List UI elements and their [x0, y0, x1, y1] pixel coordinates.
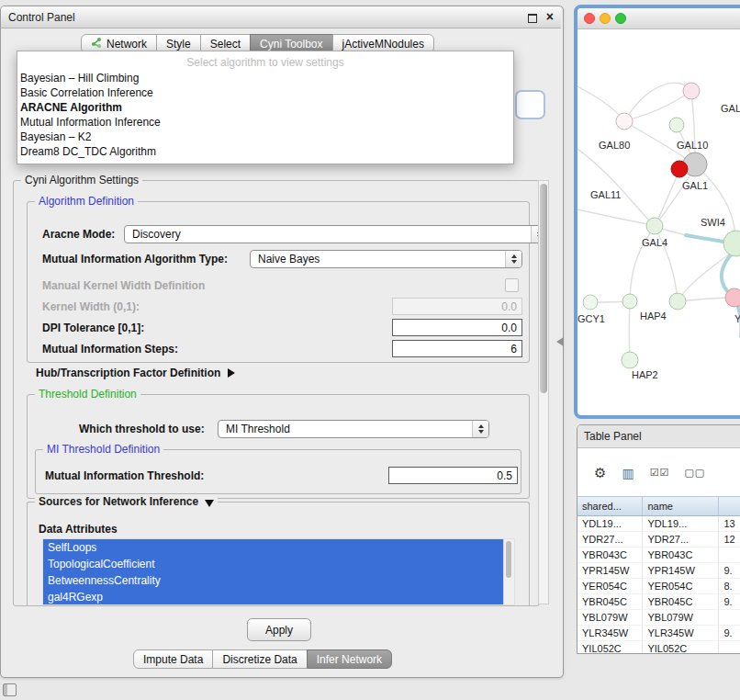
hide-columns-icon[interactable]: ▢▢ — [684, 468, 705, 478]
algorithm-option[interactable]: Bayesian – K2 — [17, 130, 513, 144]
table-cell: YBR045C — [643, 594, 719, 610]
network-node[interactable] — [622, 294, 637, 309]
select-all-columns-icon[interactable]: ☑☑ — [650, 468, 670, 478]
apply-button[interactable]: Apply — [247, 618, 311, 641]
table-toolbar: ⚙▥☑☑▢▢ — [594, 466, 705, 480]
network-window-titlebar — [577, 8, 740, 29]
network-node[interactable] — [669, 293, 686, 310]
network-node[interactable] — [616, 113, 633, 130]
hub-section-toggle[interactable]: Hub/Transcription Factor Definition — [36, 367, 235, 379]
aracne-mode-select[interactable]: Discovery — [124, 225, 548, 243]
mi-threshold-group: MI Threshold Definition Mutual Informati… — [35, 449, 521, 494]
network-canvas[interactable]: GALGAL80GAL10GAL11GAL1SWI4GAL4GCY1HAP4HA… — [577, 29, 740, 416]
combo-arrows-icon — [472, 421, 488, 437]
zoom-light[interactable] — [615, 13, 626, 24]
threshold-definition-group: Threshold Definition Which threshold to … — [27, 394, 530, 499]
table-rows: YDL19...YDL19...13YDR27...YDR27...12YBR0… — [577, 516, 740, 653]
combo-arrows-icon — [505, 251, 521, 267]
control-panel-title: Control Panel — [8, 11, 75, 24]
settings-scrollbar[interactable] — [538, 180, 549, 604]
mi-steps-field[interactable] — [392, 340, 522, 357]
mi-algorithm-type-label: Mutual Information Algorithm Type: — [42, 253, 228, 265]
tab-label: Infer Network — [317, 653, 382, 666]
attribute-item[interactable]: gal4RGexp — [43, 589, 503, 605]
table-cell: YPR145W — [643, 563, 719, 579]
minimize-light[interactable] — [600, 13, 611, 24]
table-row[interactable]: YLR345WYLR345W9. — [577, 626, 740, 641]
algorithm-option[interactable]: Basic Correlation Inference — [17, 85, 513, 100]
table-row[interactable]: YBR045CYBR045C9. — [577, 594, 740, 610]
mi-threshold-field[interactable] — [388, 467, 518, 484]
data-attributes-list: SelfLoopsTopologicalCoefficientBetweenne… — [42, 538, 515, 605]
network-view-window: GALGAL80GAL10GAL11GAL1SWI4GAL4GCY1HAP4HA… — [574, 5, 740, 419]
float-window-icon[interactable] — [528, 14, 537, 23]
algorithm-option[interactable]: Mutual Information Inference — [17, 115, 513, 130]
data-attributes-label: Data Attributes — [39, 523, 118, 536]
table-cell: YDR27... — [577, 532, 643, 548]
node-label: GAL11 — [590, 189, 621, 200]
network-edge — [624, 83, 691, 121]
network-node[interactable] — [671, 161, 688, 177]
gear-icon[interactable]: ⚙ — [594, 466, 607, 480]
table-cell: YER054C — [577, 579, 643, 594]
column-chooser-icon[interactable]: ▥ — [622, 467, 634, 480]
network-node[interactable] — [683, 83, 700, 99]
network-node[interactable] — [622, 352, 638, 368]
network-node[interactable] — [583, 295, 598, 310]
settings-scrollbar-thumb[interactable] — [540, 184, 547, 393]
table-row[interactable]: YDL19...YDL19...13 — [577, 516, 740, 532]
table-cell: YDR27... — [643, 532, 719, 548]
network-edge — [691, 91, 695, 163]
node-label: SWI4 — [701, 217, 725, 228]
expanded-arrow-icon — [205, 500, 214, 507]
table-row[interactable]: YBL079WYBL079W — [577, 610, 740, 626]
network-node[interactable] — [725, 288, 740, 307]
close-window-icon[interactable]: × — [546, 9, 554, 24]
tab-discretize-data[interactable]: Discretize Data — [212, 649, 307, 669]
table-row[interactable]: YDR27...YDR27...12 — [577, 532, 740, 548]
dpi-tolerance-label: DPI Tolerance [0,1]: — [42, 322, 144, 334]
attribute-item[interactable]: SelfLoops — [43, 539, 503, 556]
tab-impute-data[interactable]: Impute Data — [133, 649, 213, 669]
table-row[interactable]: YBR043CYBR043C — [577, 548, 740, 563]
split-collapse-arrow-icon[interactable] — [556, 337, 564, 346]
algorithm-definition-title: Algorithm Definition — [35, 195, 138, 208]
attribute-item[interactable]: BetweennessCentrality — [43, 572, 503, 589]
table-cell: YBR043C — [577, 548, 643, 563]
table-panel-titlebar: Table Panel — [577, 425, 740, 448]
table-row[interactable]: YPR145WYPR145W9. — [577, 563, 740, 579]
table-cell: YBL079W — [643, 610, 719, 626]
mi-steps-label: Mutual Information Steps: — [42, 343, 178, 356]
table-panel-window: Table Panel ⚙▥☑☑▢▢ shared...name YDL19..… — [577, 424, 740, 654]
tab-label: Select — [210, 38, 241, 51]
table-row[interactable]: YIL052CYIL052C — [577, 641, 740, 653]
network-node[interactable] — [669, 118, 684, 132]
dpi-tolerance-field[interactable] — [392, 319, 522, 336]
column-header-extra[interactable] — [719, 496, 740, 516]
attributes-scrollbar-thumb[interactable] — [506, 541, 511, 578]
sources-section-toggle[interactable]: Sources for Network Inference — [35, 495, 218, 508]
column-header-shared[interactable]: shared... — [577, 496, 643, 516]
table-cell: YDL19... — [577, 516, 643, 532]
algorithm-option[interactable]: Dream8 DC_TDC Algorithm — [17, 144, 513, 159]
close-light[interactable] — [584, 13, 595, 24]
column-header-name[interactable]: name — [643, 496, 719, 516]
table-row[interactable]: YER054CYER054C8. — [577, 579, 740, 594]
restore-panel-icon[interactable] — [3, 683, 17, 696]
manual-kernel-label: Manual Kernel Width Definition — [42, 279, 205, 292]
table-cell: 8. — [719, 579, 740, 594]
algorithm-option[interactable]: ARACNE Algorithm — [17, 100, 513, 115]
network-node[interactable] — [723, 231, 740, 256]
tab-infer-network[interactable]: Infer Network — [307, 649, 392, 669]
settings-group-title: Cyni Algorithm Settings — [21, 174, 142, 186]
cyni-algorithm-settings-group: Cyni Algorithm Settings Algorithm Defini… — [13, 180, 540, 606]
which-threshold-select[interactable]: MI Threshold — [218, 420, 489, 438]
apply-button-label: Apply — [265, 624, 293, 637]
node-label: GCY1 — [577, 313, 605, 324]
attribute-item[interactable]: TopologicalCoefficient — [43, 556, 503, 572]
threshold-definition-title: Threshold Definition — [35, 388, 140, 401]
algorithm-option[interactable]: Bayesian – Hill Climbing — [17, 71, 513, 85]
mi-algorithm-type-select[interactable]: Naive Bayes — [250, 250, 522, 268]
attributes-scrollbar[interactable] — [503, 539, 514, 604]
network-node[interactable] — [646, 218, 663, 234]
